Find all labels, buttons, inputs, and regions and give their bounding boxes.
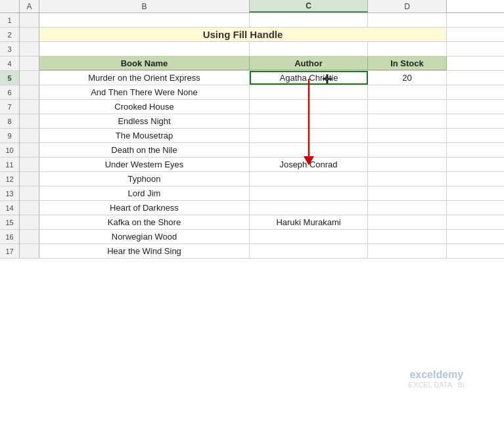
cell-d6[interactable] <box>368 85 447 99</box>
cell-b3[interactable] <box>39 42 250 56</box>
row-numbers: 1 2 3 4 5 6 7 8 9 10 11 12 13 14 15 16 1… <box>0 13 20 428</box>
cell-a13[interactable] <box>20 186 39 200</box>
row-num-9[interactable]: 9 <box>0 129 20 143</box>
cell-a10[interactable] <box>20 143 39 157</box>
table-row: Death on the Nile <box>20 143 504 158</box>
cell-c9[interactable] <box>250 129 368 142</box>
cell-a7[interactable] <box>20 100 39 114</box>
cell-d8[interactable] <box>368 114 447 128</box>
table-row: Murder on the Orient Express Agatha Chri… <box>20 71 504 85</box>
col-header-d[interactable]: D <box>368 0 447 12</box>
cell-a17[interactable] <box>20 244 39 258</box>
cell-a14[interactable] <box>20 201 39 215</box>
cell-b15[interactable]: Kafka on the Shore <box>39 215 250 229</box>
cell-c11[interactable]: Joseph Conrad <box>250 158 368 171</box>
row-num-11[interactable]: 11 <box>0 158 20 172</box>
cell-a3[interactable] <box>20 42 39 56</box>
cell-b5[interactable]: Murder on the Orient Express <box>39 71 250 85</box>
cell-c7[interactable] <box>250 100 368 114</box>
cell-b14[interactable]: Heart of Darkness <box>39 201 250 215</box>
table-row: Norwegian Wood <box>20 230 504 244</box>
cell-c4-header[interactable]: Author <box>250 56 368 70</box>
cell-a11[interactable] <box>20 158 39 171</box>
cell-b13[interactable]: Lord Jim <box>39 186 250 200</box>
row-num-13[interactable]: 13 <box>0 186 20 201</box>
cell-d12[interactable] <box>368 172 447 186</box>
cell-a6[interactable] <box>20 85 39 99</box>
cell-c14[interactable] <box>250 201 368 215</box>
cell-b2-title[interactable]: Using Fill Handle <box>39 28 447 41</box>
cell-d10[interactable] <box>368 143 447 157</box>
row-num-15[interactable]: 15 <box>0 215 20 230</box>
cell-b17[interactable]: Hear the Wind Sing <box>39 244 250 258</box>
table-row: Kafka on the Shore Haruki Murakami <box>20 215 504 230</box>
watermark-subtitle: EXCEL DATA · BI <box>409 381 465 389</box>
cell-b6[interactable]: And Then There Were None <box>39 85 250 99</box>
cell-a4[interactable] <box>20 56 39 70</box>
row-num-8[interactable]: 8 <box>0 114 20 129</box>
row-num-5[interactable]: 5 <box>0 71 20 85</box>
cell-a8[interactable] <box>20 114 39 128</box>
cell-c15[interactable]: Haruki Murakami <box>250 215 368 229</box>
cell-b1[interactable] <box>39 13 250 27</box>
row-num-7[interactable]: 7 <box>0 100 20 114</box>
cell-b10[interactable]: Death on the Nile <box>39 143 250 157</box>
cell-d3[interactable] <box>368 42 447 56</box>
cell-c1[interactable] <box>250 13 368 27</box>
cell-d4-header[interactable]: In Stock <box>368 56 447 70</box>
row-num-12[interactable]: 12 <box>0 172 20 186</box>
watermark-logo: exceldemy <box>409 369 465 381</box>
spreadsheet-body: 1 2 3 4 5 6 7 8 9 10 11 12 13 14 15 16 1… <box>0 13 504 428</box>
cell-d5[interactable]: 20 <box>368 71 447 85</box>
cell-a16[interactable] <box>20 230 39 244</box>
cell-b4-header[interactable]: Book Name <box>39 56 250 70</box>
cell-d11[interactable] <box>368 158 447 171</box>
cell-c17[interactable] <box>250 244 368 258</box>
title-text: Using Fill Handle <box>203 29 283 40</box>
spreadsheet: A B C D 1 2 3 4 5 6 7 8 9 10 11 12 13 14… <box>0 0 504 428</box>
col-header-b[interactable]: B <box>39 0 250 12</box>
row-num-10[interactable]: 10 <box>0 143 20 158</box>
cell-d15[interactable] <box>368 215 447 229</box>
cell-c8[interactable] <box>250 114 368 128</box>
table-row: Lord Jim <box>20 186 504 201</box>
cell-c16[interactable] <box>250 230 368 244</box>
cell-a9[interactable] <box>20 129 39 142</box>
cell-a5[interactable] <box>20 71 39 85</box>
row-num-17[interactable]: 17 <box>0 244 20 259</box>
row-num-3[interactable]: 3 <box>0 42 20 56</box>
cell-a2[interactable] <box>20 28 39 41</box>
cell-b16[interactable]: Norwegian Wood <box>39 230 250 244</box>
cell-c12[interactable] <box>250 172 368 186</box>
cell-b11[interactable]: Under Western Eyes <box>39 158 250 171</box>
cell-a15[interactable] <box>20 215 39 229</box>
cell-a12[interactable] <box>20 172 39 186</box>
cell-c13[interactable] <box>250 186 368 200</box>
row-num-2[interactable]: 2 <box>0 28 20 42</box>
cell-b9[interactable]: The Mousetrap <box>39 129 250 142</box>
cell-d16[interactable] <box>368 230 447 244</box>
row-num-1[interactable]: 1 <box>0 13 20 28</box>
row-num-4[interactable]: 4 <box>0 56 20 71</box>
cell-d7[interactable] <box>368 100 447 114</box>
cell-d9[interactable] <box>368 129 447 142</box>
cell-c3[interactable] <box>250 42 368 56</box>
table-row: Heart of Darkness <box>20 201 504 215</box>
cell-c5[interactable]: Agatha Christie <box>250 71 368 85</box>
cell-b7[interactable]: Crooked House <box>39 100 250 114</box>
col-header-c[interactable]: C <box>250 0 368 12</box>
cell-d13[interactable] <box>368 186 447 200</box>
row-num-14[interactable]: 14 <box>0 201 20 215</box>
row-num-16[interactable]: 16 <box>0 230 20 244</box>
cell-b8[interactable]: Endless Night <box>39 114 250 128</box>
table-row: Endless Night <box>20 114 504 129</box>
row-num-6[interactable]: 6 <box>0 85 20 100</box>
cell-d17[interactable] <box>368 244 447 258</box>
cell-a1[interactable] <box>20 13 39 27</box>
cell-c10[interactable] <box>250 143 368 157</box>
cell-d14[interactable] <box>368 201 447 215</box>
cell-d1[interactable] <box>368 13 447 27</box>
col-header-a[interactable]: A <box>20 0 39 12</box>
cell-b12[interactable]: Typhoon <box>39 172 250 186</box>
cell-c6[interactable] <box>250 85 368 99</box>
